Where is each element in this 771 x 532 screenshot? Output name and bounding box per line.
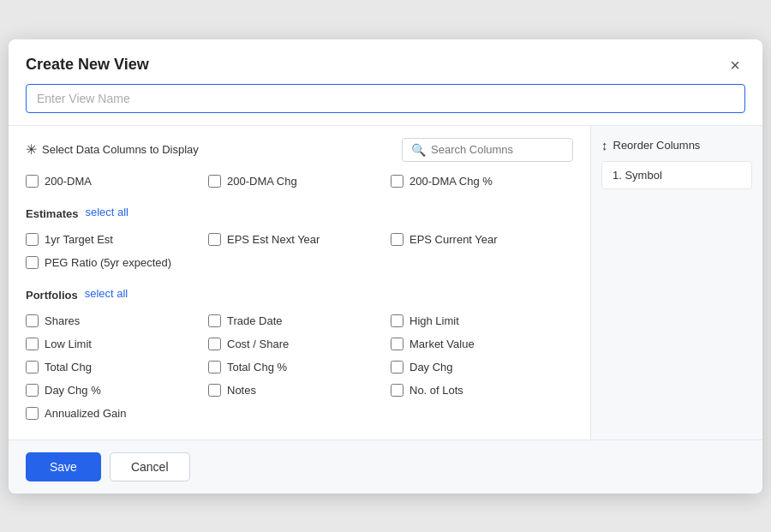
checkbox-200-dma-chg-pct[interactable] <box>391 175 403 188</box>
col-day-chg-pct[interactable]: Day Chg % <box>26 381 208 399</box>
select-columns-text: Select Data Columns to Display <box>42 143 199 156</box>
estimates-label: Estimates <box>26 207 78 220</box>
reorder-label: Reorder Columns <box>613 139 701 152</box>
checkbox-trade-date[interactable] <box>208 314 221 327</box>
col-eps-current-year[interactable]: EPS Current Year <box>391 230 573 248</box>
estimates-select-all[interactable]: select all <box>85 206 128 218</box>
checkbox-total-chg-pct[interactable] <box>208 361 221 374</box>
checkbox-day-chg-pct[interactable] <box>26 384 39 397</box>
checkbox-total-chg[interactable] <box>26 361 39 374</box>
col-notes[interactable]: Notes <box>208 381 391 399</box>
modal-footer: Save Cancel <box>9 439 762 493</box>
checkbox-notes[interactable] <box>208 384 221 397</box>
cancel-button[interactable]: Cancel <box>110 452 190 481</box>
columns-icon: ✳ <box>26 141 37 158</box>
modal-body: ✳ Select Data Columns to Display 🔍 200-D… <box>9 125 762 439</box>
checkbox-200-dma[interactable] <box>26 175 39 188</box>
left-panel: ✳ Select Data Columns to Display 🔍 200-D… <box>9 126 591 439</box>
search-input[interactable] <box>431 143 564 156</box>
checkbox-annualized-gain[interactable] <box>26 407 39 420</box>
close-button[interactable]: × <box>725 55 745 75</box>
modal-overlay: Create New View × ✳ Select Data Columns … <box>0 0 771 532</box>
modal-header: Create New View × <box>9 39 762 84</box>
reorder-icon: ↕ <box>601 138 608 152</box>
checkbox-peg-ratio[interactable] <box>26 256 39 269</box>
section-portfolios: Portfolios select all Shares Trade Date <box>26 280 573 422</box>
checkbox-200-dma-chg[interactable] <box>208 175 221 188</box>
checkbox-cost-share[interactable] <box>208 338 221 350</box>
search-icon: 🔍 <box>411 143 426 157</box>
portfolios-columns: Shares Trade Date High Limit Low Li <box>26 312 573 422</box>
checkbox-1yr-target-est[interactable] <box>26 233 39 246</box>
checkbox-eps-est-next-year[interactable] <box>208 233 221 246</box>
col-peg-ratio[interactable]: PEG Ratio (5yr expected) <box>26 254 208 272</box>
col-200-dma[interactable]: 200-DMA <box>26 172 208 190</box>
checkbox-no-of-lots[interactable] <box>391 384 403 397</box>
col-200-dma-chg-pct[interactable]: 200-DMA Chg % <box>391 172 573 190</box>
col-total-chg-pct[interactable]: Total Chg % <box>208 358 391 376</box>
col-total-chg[interactable]: Total Chg <box>26 358 208 376</box>
section-estimates: Estimates select all 1yr Target Est EPS … <box>26 199 573 272</box>
checkbox-day-chg[interactable] <box>391 361 403 374</box>
modal: Create New View × ✳ Select Data Columns … <box>9 39 762 493</box>
search-box[interactable]: 🔍 <box>402 138 573 162</box>
col-200-dma-chg[interactable]: 200-DMA Chg <box>208 172 391 190</box>
col-annualized-gain[interactable]: Annualized Gain <box>26 404 208 422</box>
col-1yr-target-est[interactable]: 1yr Target Est <box>26 230 208 248</box>
view-name-input[interactable] <box>26 84 745 113</box>
col-cost-share[interactable]: Cost / Share <box>208 335 391 353</box>
col-eps-est-next-year[interactable]: EPS Est Next Year <box>208 230 391 248</box>
checkbox-low-limit[interactable] <box>26 338 39 350</box>
col-day-chg[interactable]: Day Chg <box>391 358 573 376</box>
select-columns-label: ✳ Select Data Columns to Display <box>26 141 199 158</box>
standalone-columns-row: 200-DMA 200-DMA Chg 200-DMA Chg % <box>26 172 573 190</box>
col-high-limit[interactable]: High Limit <box>391 312 573 330</box>
portfolios-select-all[interactable]: select all <box>85 287 128 300</box>
col-market-value[interactable]: Market Value <box>391 335 573 353</box>
reorder-item-symbol[interactable]: 1. Symbol <box>601 161 752 189</box>
checkbox-eps-current-year[interactable] <box>391 233 403 246</box>
reorder-header: ↕ Reorder Columns <box>601 138 752 152</box>
right-panel: ↕ Reorder Columns 1. Symbol <box>591 126 762 439</box>
col-no-of-lots[interactable]: No. of Lots <box>391 381 573 399</box>
checkbox-high-limit[interactable] <box>391 314 403 327</box>
col-shares[interactable]: Shares <box>26 312 208 330</box>
modal-title: Create New View <box>26 56 149 74</box>
checkbox-shares[interactable] <box>26 314 39 327</box>
left-panel-header: ✳ Select Data Columns to Display 🔍 <box>26 138 573 162</box>
save-button[interactable]: Save <box>26 452 101 481</box>
col-trade-date[interactable]: Trade Date <box>208 312 391 330</box>
checkbox-market-value[interactable] <box>391 338 403 350</box>
portfolios-label: Portfolios <box>26 289 78 302</box>
estimates-columns: 1yr Target Est EPS Est Next Year EPS Cur… <box>26 230 573 272</box>
col-low-limit[interactable]: Low Limit <box>26 335 208 353</box>
